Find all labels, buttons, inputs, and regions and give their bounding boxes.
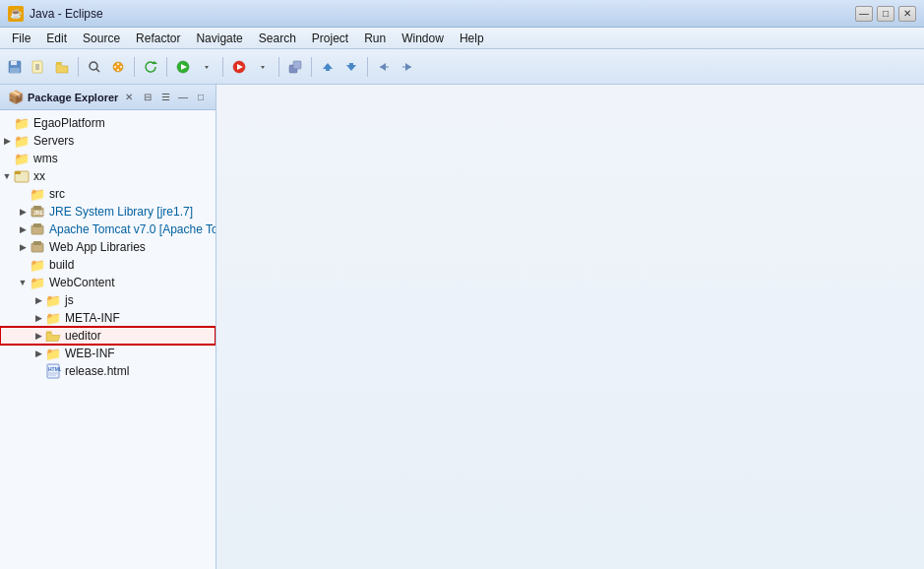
maximize-panel-button[interactable]: □ (194, 91, 208, 104)
svg-marker-16 (261, 66, 265, 69)
maximize-button[interactable]: □ (877, 6, 894, 22)
arrow-egaoplatform (0, 118, 14, 128)
folder-icon-src: 📁 (30, 186, 45, 202)
folder-icon-build: 📁 (30, 257, 45, 273)
arrow-metainf: ▶ (31, 313, 45, 323)
tree-item-xx[interactable]: ▼ xx (0, 167, 216, 185)
next-annotation-button[interactable] (340, 56, 362, 78)
open-button[interactable] (51, 56, 73, 78)
build-button[interactable] (107, 56, 129, 78)
collapse-all-button[interactable]: ⊟ (141, 91, 154, 104)
label-servers: Servers (33, 134, 74, 148)
title-bar: ☕ Java - Eclipse — □ ✕ (0, 0, 924, 28)
tree-item-webinf[interactable]: ▶ 📁 WEB-INF (0, 345, 216, 362)
debug-dropdown-button[interactable] (252, 56, 274, 78)
svg-marker-19 (323, 63, 333, 69)
folder-icon-webcontent: 📁 (30, 275, 45, 290)
tree-item-egaoplatform[interactable]: 📁 EgaoPlatform (0, 114, 216, 132)
menu-navigate[interactable]: Navigate (188, 30, 250, 47)
tree-item-webapplib[interactable]: ▶ Web App Libraries (0, 238, 216, 256)
arrow-tomcat: ▶ (16, 224, 30, 234)
panel-package-icon: 📦 (8, 90, 24, 104)
tree-item-metainf[interactable]: ▶ 📁 META-INF (0, 309, 216, 327)
label-jre: JRE System Library [jre1.7] (49, 205, 193, 219)
menu-file[interactable]: File (4, 30, 38, 47)
close-button[interactable]: ✕ (898, 6, 916, 22)
menu-help[interactable]: Help (452, 30, 492, 47)
svg-rect-2 (10, 68, 20, 73)
prev-annotation-button[interactable] (317, 56, 339, 78)
tree-item-wms[interactable]: 📁 wms (0, 150, 216, 167)
menu-refactor[interactable]: Refactor (128, 30, 188, 47)
new-button[interactable] (28, 56, 49, 78)
toolbar-separator-3 (166, 57, 167, 77)
menu-run[interactable]: Run (356, 30, 394, 47)
tree-item-release[interactable]: HTML release.html (0, 362, 216, 380)
svg-rect-20 (326, 69, 330, 71)
label-tomcat: Apache Tomcat v7.0 [Apache Tomcat v7.0] (49, 222, 216, 236)
arrow-xx: ▼ (0, 171, 14, 181)
arrow-js: ▶ (31, 295, 45, 305)
folder-icon-webinf: 📁 (45, 346, 61, 361)
minimize-panel-button[interactable]: — (176, 91, 190, 104)
label-wms: wms (33, 152, 58, 165)
label-egaoplatform: EgaoPlatform (33, 116, 105, 130)
main-area: 📦 Package Explorer ✕ ⊟ ☰ — □ 📁 EgaoPlatf… (0, 85, 924, 569)
menu-edit[interactable]: Edit (38, 30, 75, 47)
arrow-release (31, 366, 45, 376)
arrow-jre: ▶ (16, 207, 30, 217)
label-xx: xx (33, 169, 45, 183)
arrow-webcontent: ▼ (16, 278, 30, 287)
menu-window[interactable]: Window (394, 30, 452, 47)
search-button[interactable] (84, 56, 105, 78)
run-button[interactable] (172, 56, 194, 78)
arrow-build (16, 260, 30, 270)
debug-button[interactable] (228, 56, 250, 78)
arrow-servers: ▶ (0, 136, 14, 146)
window-controls: — □ ✕ (855, 6, 916, 22)
tree-item-js[interactable]: ▶ 📁 js (0, 291, 216, 309)
tree-item-src[interactable]: 📁 src (0, 185, 216, 203)
folder-icon-js: 📁 (45, 292, 61, 308)
jar-icon-jre: JRE (30, 204, 45, 220)
menu-search[interactable]: Search (251, 30, 304, 47)
svg-rect-18 (293, 61, 301, 69)
package-tree: 📁 EgaoPlatform ▶ 📁 Servers 📁 wms ▼ (0, 110, 216, 569)
label-webcontent: WebContent (49, 276, 115, 289)
svg-rect-28 (15, 171, 21, 174)
arrow-wms (0, 154, 14, 163)
save-button[interactable] (4, 56, 26, 78)
run-dropdown-button[interactable] (196, 56, 217, 78)
svg-line-8 (96, 69, 99, 72)
arrow-webinf: ▶ (31, 348, 45, 358)
menu-source[interactable]: Source (75, 30, 128, 47)
toolbar-separator-1 (78, 57, 79, 77)
view-menu-button[interactable]: ☰ (158, 91, 172, 104)
toolbar-separator-2 (134, 57, 135, 77)
tree-item-build[interactable]: 📁 build (0, 256, 216, 274)
panel-header-icons: ⊟ ☰ — □ (141, 91, 208, 104)
html-icon-release: HTML (45, 363, 61, 379)
refresh-button[interactable] (140, 56, 161, 78)
menu-project[interactable]: Project (304, 30, 356, 47)
minimize-button[interactable]: — (855, 6, 873, 22)
tree-item-webcontent[interactable]: ▼ 📁 WebContent (0, 274, 216, 291)
svg-text:HTML: HTML (48, 366, 61, 372)
svg-rect-1 (11, 61, 17, 65)
svg-rect-33 (33, 223, 41, 227)
panel-title: Package Explorer (28, 92, 121, 103)
tree-item-jre[interactable]: ▶ JRE JRE System Library [jre1.7] (0, 203, 216, 221)
jar-icon-tomcat (30, 221, 45, 237)
back-button[interactable] (373, 56, 395, 78)
app-icon: ☕ (8, 6, 24, 22)
panel-close-icon[interactable]: ✕ (125, 92, 133, 102)
svg-marker-13 (205, 66, 209, 69)
project-icon-xx (14, 168, 30, 184)
folder-icon-egaoplatform: 📁 (14, 115, 30, 131)
tree-item-ueditor[interactable]: ▶ ueditor (0, 327, 216, 345)
forward-button[interactable] (397, 56, 418, 78)
tree-item-tomcat[interactable]: ▶ Apache Tomcat v7.0 [Apache Tomcat v7.0… (0, 221, 216, 238)
window-title: Java - Eclipse (30, 7, 103, 21)
external-tools-button[interactable] (284, 56, 306, 78)
tree-item-servers[interactable]: ▶ 📁 Servers (0, 132, 216, 150)
